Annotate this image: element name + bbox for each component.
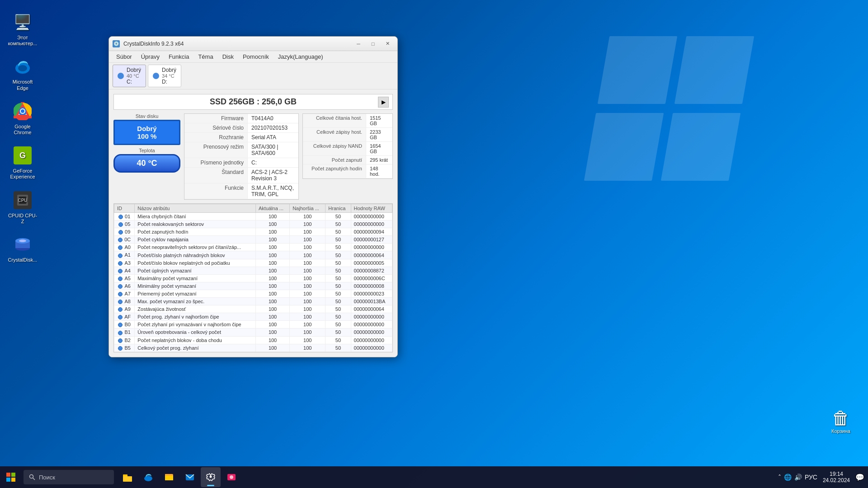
attr-threshold: 50	[326, 228, 351, 236]
notification-button[interactable]: 💬	[855, 473, 864, 482]
attr-worst: 100	[290, 282, 326, 290]
menu-upravy[interactable]: Úpravy	[137, 52, 163, 61]
taskbar-search[interactable]: Поиск	[24, 470, 114, 484]
attr-threshold: 50	[326, 213, 351, 221]
taskbar-edge-button[interactable]	[138, 467, 158, 487]
table-row: 01 Miera chybných čítaní 100 100 50 0000…	[114, 213, 392, 221]
attr-raw: 00000000023	[351, 290, 392, 297]
drive-letter-label: Písmeno jednotky	[184, 158, 248, 167]
next-disk-button[interactable]: ▶	[378, 97, 389, 108]
menu-subor[interactable]: Súbor	[113, 52, 136, 61]
disk-d-button[interactable]: Dobrý 34 °C D:	[148, 65, 181, 87]
attributes-table-container[interactable]: ID Názov atribútu Aktuálna ... Najhoršia…	[113, 203, 393, 352]
right-fields-table: Celkové čítania host. 1515 GB Celkové zá…	[302, 113, 393, 179]
desktop-icon-edge[interactable]: Microsoft Edge	[5, 53, 41, 93]
disk-d-indicator	[153, 73, 159, 79]
attr-worst: 100	[290, 236, 326, 244]
attr-current: 100	[255, 236, 289, 244]
svg-point-1	[18, 65, 27, 71]
attr-threshold: 50	[326, 221, 351, 228]
attr-name: Zostávajúca životnosť	[135, 305, 256, 313]
health-badge: Dobrý 100 %	[113, 120, 180, 145]
total-writes-label: Celkové zápisy host.	[303, 128, 366, 141]
desktop-icon-geforce[interactable]: G GeForce Experience	[5, 142, 41, 182]
disk-d-info: Dobrý 34 °C D:	[162, 67, 176, 85]
table-row: B5 Celkový počet prog. zlyhaní 100 100 5…	[114, 344, 392, 352]
ssd-title: SSD 256GB : 256,0 GB	[210, 97, 297, 107]
taskbar-explorer-button[interactable]	[159, 467, 179, 487]
attr-name: Počet zapnutých hodín	[135, 228, 256, 236]
temp-label: Teplota	[113, 148, 180, 153]
svg-line-22	[33, 478, 35, 480]
menu-tema[interactable]: Téma	[194, 52, 217, 61]
col-threshold: Hranica	[326, 204, 351, 213]
status-dot	[118, 253, 123, 258]
status-dot	[118, 245, 123, 250]
attr-raw: 00000000064	[351, 251, 392, 259]
disk-c-letter: C:	[127, 79, 141, 85]
taskbar-settings-button[interactable]	[201, 467, 221, 487]
taskbar-mail-button[interactable]	[180, 467, 200, 487]
taskbar-right: ˄ 🌐 🔊 РУС 19:14 24.02.2024 💬	[778, 471, 868, 483]
standard-row: Štandard ACS-2 | ACS-2 Revision 3	[184, 168, 298, 183]
status-dot	[118, 238, 123, 242]
attr-name: Počet úplných vymazaní	[135, 267, 256, 274]
menubar: Súbor Úpravy Funkcia Téma Disk Pomocník …	[109, 51, 397, 63]
status-dot	[118, 284, 123, 289]
taskbar-files-button[interactable]	[118, 467, 137, 487]
recycle-bin[interactable]: 🗑 Корзина	[823, 408, 859, 434]
attr-current: 100	[255, 274, 289, 282]
attr-worst: 100	[290, 244, 326, 251]
ssd-title-bar: SSD 256GB : 256,0 GB ▶	[113, 94, 393, 110]
health-percent: 100 %	[120, 132, 174, 140]
taskbar-photo-button[interactable]	[222, 467, 241, 487]
menu-jazyk[interactable]: Jazyk(Language)	[274, 52, 327, 61]
attr-name: Max. počet vymazaní zo špeс.	[135, 298, 256, 305]
cpuz-icon: CPU	[12, 189, 33, 211]
taskbar-clock[interactable]: 19:14 24.02.2024	[819, 471, 854, 483]
disk-c-button[interactable]: Dobrý 40 °C C:	[113, 65, 146, 87]
table-row: A7 Priemerný počet vymazaní 100 100 50 0…	[114, 290, 392, 297]
attr-worst: 100	[290, 313, 326, 321]
attr-id: A4	[114, 267, 135, 274]
nand-writes-row: Celkové zápisy NAND 1654 GB	[303, 142, 392, 156]
status-dot	[118, 315, 123, 319]
menu-funkcia[interactable]: Funkcia	[165, 52, 193, 61]
svg-point-30	[210, 476, 212, 478]
attr-threshold: 50	[326, 274, 351, 282]
attr-threshold: 50	[326, 321, 351, 328]
attr-id: A3	[114, 259, 135, 267]
table-row: A3 Počet/číslo blokov neplatných od poči…	[114, 259, 392, 267]
desktop-icon-chrome[interactable]: Google Chrome	[5, 98, 41, 138]
desktop-icon-my-computer[interactable]: 🖥️ Этоткомпьютер...	[5, 9, 41, 49]
attr-worst: 100	[290, 251, 326, 259]
table-row: 09 Počet zapnutých hodín 100 100 50 0000…	[114, 228, 392, 236]
maximize-button[interactable]: □	[367, 39, 379, 48]
desktop-icon-cpuz[interactable]: CPU CPUID CPU-Z	[5, 187, 41, 227]
desktop-icon-crystaldisk[interactable]: CrystalDisk...	[5, 231, 41, 265]
attr-id: 0C	[114, 236, 135, 244]
attr-id: 09	[114, 228, 135, 236]
attr-name: Počet neopraviteľných sektorov pri čítan…	[135, 244, 256, 251]
power-count-row: Počet zapnutí 295 krát	[303, 156, 392, 164]
close-button[interactable]: ✕	[381, 39, 394, 48]
menu-disk[interactable]: Disk	[219, 52, 237, 61]
chevron-up-icon[interactable]: ˄	[778, 474, 781, 481]
standard-label: Štandard	[184, 168, 248, 183]
attr-id: A7	[114, 290, 135, 297]
minimize-button[interactable]: ─	[352, 39, 365, 48]
disk-d-temp: 34 °C	[162, 73, 176, 79]
transfer-value: SATA/300 | SATA/600	[248, 142, 298, 158]
menu-pomocnik[interactable]: Pomocník	[239, 52, 273, 61]
start-button[interactable]	[0, 466, 22, 488]
attr-id: A0	[114, 244, 135, 251]
attr-threshold: 50	[326, 336, 351, 344]
attr-raw: 00000000000	[351, 244, 392, 251]
attr-id: AF	[114, 313, 135, 321]
table-row: AF Počet prog. zlyhaní v najhoršom čipe …	[114, 313, 392, 321]
attr-worst: 100	[290, 336, 326, 344]
attr-raw: 00000008872	[351, 267, 392, 274]
svg-rect-18	[11, 473, 15, 477]
search-icon	[29, 474, 35, 480]
disk-c-status: Dobrý	[127, 67, 141, 73]
